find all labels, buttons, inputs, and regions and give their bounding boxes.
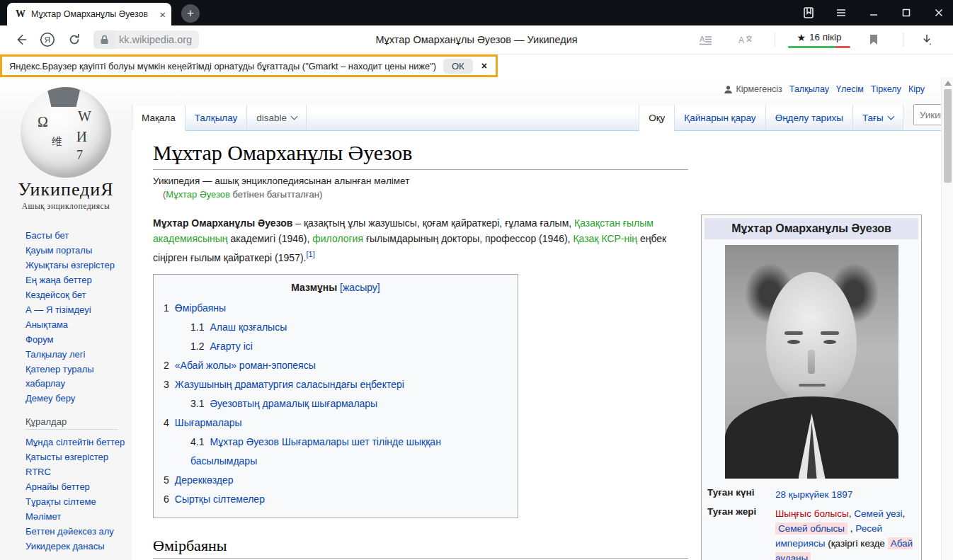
toc-item[interactable]: 2«Абай жолы» роман-эпопеясы xyxy=(164,356,508,375)
chevron-down-icon xyxy=(887,113,894,120)
toc-item[interactable]: 4.1Мұхтар Әуезов Шығармалары шет тілінде… xyxy=(164,433,508,471)
page-scrollbar[interactable] xyxy=(941,77,953,560)
personal-login-link[interactable]: Кіру xyxy=(908,84,925,94)
browser-tab[interactable]: W Мұхтар Омарханұлы Әуезов × xyxy=(7,3,171,25)
toc-item[interactable]: 6Сыртқы сілтемелер xyxy=(164,490,508,509)
link-shyngys-volost[interactable]: Шыңғыс болысы xyxy=(775,508,849,519)
tab-read[interactable]: Оқу xyxy=(639,105,674,131)
wikipedia-favicon-icon: W xyxy=(16,8,25,20)
bookmark-icon[interactable] xyxy=(863,29,884,50)
address-bar[interactable]: kk.wikipedia.org xyxy=(93,30,199,49)
sidebar-item-recent-changes[interactable]: Жуықтағы өзгерістер xyxy=(25,258,132,273)
maximize-icon[interactable] xyxy=(899,6,913,20)
sidebar-item-page-info[interactable]: Мәлімет xyxy=(25,510,132,524)
yandex-icon[interactable]: Я xyxy=(37,29,58,50)
close-window-icon[interactable] xyxy=(932,6,946,20)
sidebar-item-az-index[interactable]: А — Я тізімдеуі xyxy=(25,303,132,317)
ref-1-link[interactable]: [1] xyxy=(306,250,314,258)
page-title: Мұхтар Омарханұлы Әуезов xyxy=(153,141,688,170)
infobox-title: Мұхтар Омарханұлы Әуезов xyxy=(704,218,918,239)
notification-text: Яндекс.Браузер қауіпті болуы мүмкін кеңе… xyxy=(9,61,436,72)
personal-talk-link[interactable]: Талқылау xyxy=(789,84,829,94)
sidebar-item-discussion-feed[interactable]: Талқылау легі xyxy=(25,348,132,362)
personal-register-link[interactable]: Тіркелу xyxy=(871,84,901,94)
sidebar-item-forum[interactable]: Форум xyxy=(25,333,132,347)
user-icon xyxy=(724,85,733,94)
minimize-icon[interactable] xyxy=(867,6,881,20)
link-semey-uyezd[interactable]: Семей уезі xyxy=(854,508,902,519)
tab-panels-icon[interactable] xyxy=(801,6,816,20)
tab-more-dropdown[interactable]: Тағы xyxy=(853,105,903,130)
menu-icon[interactable] xyxy=(834,6,848,20)
tab-view-source[interactable]: Қайнарын қарау xyxy=(674,105,765,130)
back-icon[interactable] xyxy=(10,29,31,50)
sidebar-item-what-links-here[interactable]: Мұнда сілтейтін беттер xyxy=(25,435,132,450)
sidebar-item-related-changes[interactable]: Қатысты өзгерістер xyxy=(25,450,132,464)
toc-item[interactable]: 1.2Ағарту ісі xyxy=(164,337,508,356)
link-kazakh-ssr[interactable]: Қазақ КСР-нің xyxy=(573,233,637,244)
scrollbar-up-arrow-icon[interactable] xyxy=(945,81,952,86)
site-rating[interactable]: ★ 16 пікір xyxy=(788,32,850,48)
toc-item[interactable]: 4Шығармалары xyxy=(164,413,508,433)
toc-item[interactable]: 3.1Әуезовтың драмалық шығармалары xyxy=(164,394,508,413)
wiki-sidebar: Ω W И 维 7 УикипедиЯ Ашық энциклопедиясы … xyxy=(0,77,132,560)
toc-item[interactable]: 1.1Алаш қозғалысы xyxy=(164,318,508,337)
sidebar-item-donate[interactable]: Демеу беру xyxy=(25,392,132,406)
scrollbar-thumb[interactable] xyxy=(944,89,952,183)
anon-user: Кірмегенсіз xyxy=(724,84,782,94)
tab-history[interactable]: Өңделу тарихы xyxy=(766,105,853,130)
sidebar-item-random[interactable]: Кездейсоқ бет xyxy=(25,288,132,302)
notification-ok-button[interactable]: ОК xyxy=(443,59,473,74)
article-tabs-row: Мақала Талқылау disable Оқу Қайнарын қар… xyxy=(132,94,953,131)
tab-title: Мұхтар Омарханұлы Әуезов xyxy=(31,9,156,19)
rating-count: 16 пікір xyxy=(809,32,842,42)
downloads-icon[interactable] xyxy=(916,29,937,50)
sidebar-item-special-pages[interactable]: Арнайы беттер xyxy=(25,480,132,494)
site-subtitle: Уикипедия — ашық энциклопедиясынан алынғ… xyxy=(153,176,688,186)
toc-hide-link[interactable]: [жасыру] xyxy=(340,282,380,293)
sidebar-item-rtrc[interactable]: RTRC xyxy=(25,465,132,479)
tab-close-icon[interactable]: × xyxy=(159,9,166,20)
wikipedia-logo[interactable]: Ω W И 维 7 УикипедиЯ Ашық энциклопедиясы xyxy=(0,87,132,210)
link-philology[interactable]: филология xyxy=(312,233,363,244)
sidebar-item-report-errors[interactable]: Қателер туралы хабарлау xyxy=(25,362,132,391)
new-tab-button[interactable]: + xyxy=(181,4,200,23)
translate-icon[interactable]: A xyxy=(735,29,756,50)
sidebar-item-wikidata[interactable]: Уикидерек данасы xyxy=(25,539,132,554)
notification-row: Яндекс.Браузер қауіпті болуы мүмкін кеңе… xyxy=(0,55,953,77)
personal-contribs-link[interactable]: Үлесім xyxy=(836,84,864,94)
portrait-photo[interactable] xyxy=(725,245,898,479)
sidebar-item-community[interactable]: Қауым порталы xyxy=(25,244,132,258)
wiki-main: Кірмегенсіз Талқылау Үлесім Тіркелу Кіру… xyxy=(132,77,953,560)
tab-disable-dropdown[interactable]: disable xyxy=(247,105,307,130)
logo-tagline: Ашық энциклопедиясы xyxy=(0,202,132,210)
chevron-down-icon xyxy=(291,113,298,120)
svg-text:A: A xyxy=(738,35,744,45)
sidebar-item-cite-page[interactable]: Беттен дәйексөз алу xyxy=(25,525,132,539)
link-semey-oblast-highlighted[interactable]: Семей облысы xyxy=(775,522,848,535)
tab-talk[interactable]: Талқылау xyxy=(186,105,248,130)
tab-article[interactable]: Мақала xyxy=(132,105,186,131)
sidebar-item-help[interactable]: Анықтама xyxy=(25,318,132,332)
link-birth-date[interactable]: 28 қыркүйек 1897 xyxy=(775,489,852,500)
sidebar-print-heading: Print/export xyxy=(0,554,132,560)
lock-icon[interactable] xyxy=(93,30,115,49)
sidebar-tools-heading: Құралдар xyxy=(0,406,132,433)
infobox-row-birthdate: Туған күні 28 қыркүйек 1897 xyxy=(707,487,915,502)
notification-close-icon[interactable]: × xyxy=(481,60,487,72)
sidebar-item-new-pages[interactable]: Ең жаңа беттер xyxy=(25,273,132,287)
toc-item[interactable]: 1Өмірбаяны xyxy=(164,299,508,318)
refresh-icon[interactable] xyxy=(64,29,85,50)
rating-bar xyxy=(788,46,850,48)
tab-filler xyxy=(307,105,639,130)
sidebar-item-main[interactable]: Басты бет xyxy=(25,229,132,243)
redirect-source-link[interactable]: Мұхтар Әуезов xyxy=(166,189,230,200)
toolbar-divider xyxy=(775,33,775,47)
extension-blocked-notification: Яндекс.Браузер қауіпті болуы мүмкін кеңе… xyxy=(0,55,498,77)
toc-item[interactable]: 5Дереккөздер xyxy=(164,471,508,490)
sidebar-item-permanent-link[interactable]: Тұрақты сілтеме xyxy=(25,495,132,509)
toc-item[interactable]: 3Жазушының драматургия саласындағы еңбек… xyxy=(164,375,508,394)
url-text[interactable]: kk.wikipedia.org xyxy=(115,30,199,49)
reader-mode-icon[interactable]: A xyxy=(695,29,717,50)
toc-title: Мазмұны xyxy=(291,282,337,293)
